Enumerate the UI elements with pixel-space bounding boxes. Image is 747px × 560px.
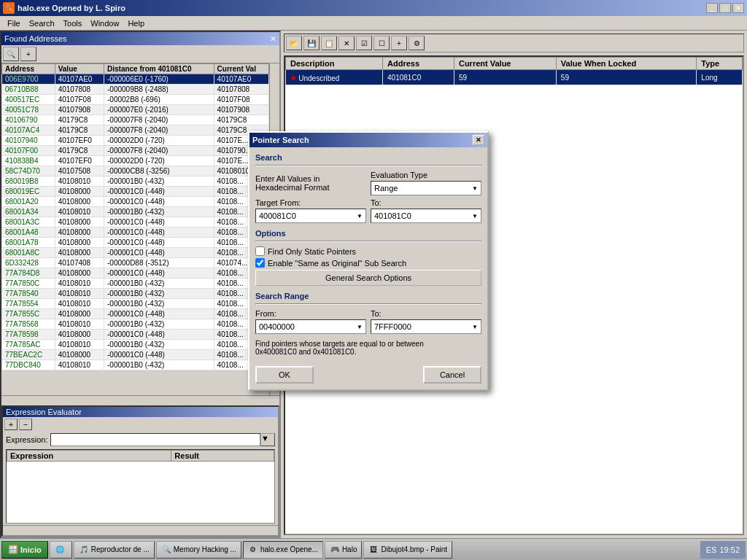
fa-add-icon[interactable]: + [20, 47, 36, 61]
eval-type-combo[interactable]: Range ▼ [371, 181, 481, 195]
search-range-section: Search Range From: 00400000 ▼ To: 7FFF00… [255, 292, 481, 334]
found-addresses-table-container[interactable]: Address Value Distance from 401081C0 Cur… [1, 63, 269, 395]
ok-button[interactable]: OK [255, 366, 314, 384]
toggle1-icon[interactable]: ☑ [356, 36, 372, 50]
search-range-header: Search Range [255, 292, 481, 300]
table-row[interactable]: 400517EC40107F08-00002B8 (-696)40107F08 [2, 95, 269, 105]
table-row[interactable]: 06710B8840107808-000009B8 (-2488)4010780… [2, 85, 269, 95]
cheat-row-description: Undescribed [298, 74, 339, 82]
target-from-label: Target From: [255, 198, 366, 207]
table-row[interactable]: 68001A2040108000-000001C0 (-448)40108... [2, 197, 269, 207]
to-combo[interactable]: 401081C0 ▼ [371, 209, 481, 223]
table-row[interactable]: 40107F0040179C8-000007F8 (-2040)4010790.… [2, 146, 269, 156]
expr-label: Expression: [6, 435, 47, 444]
open-icon[interactable]: 📂 [286, 36, 302, 50]
info-text: Find pointers whose targets are equal to… [255, 340, 481, 356]
expr-table-area[interactable]: Expression Result [6, 449, 275, 524]
cheat-row-value-when-locked: 59 [556, 70, 696, 85]
close-button[interactable]: ✕ [732, 3, 744, 13]
toggle2-icon[interactable]: ☐ [374, 36, 390, 50]
settings-icon[interactable]: ⚙ [409, 36, 425, 50]
range-from-combo[interactable]: 00400000 ▼ [255, 319, 366, 334]
expression-evaluator-panel: Expression Evaluator + − Expression: ▼ E… [1, 405, 279, 537]
cancel-button[interactable]: Cancel [423, 366, 481, 384]
cheat-table: Description Address Current Value Value … [285, 57, 743, 85]
search-section: Search Enter All Values inHexadecimal Fo… [255, 153, 481, 223]
table-row[interactable]: 68001A7840108000-000001C0 (-448)40108... [2, 238, 269, 248]
minimize-button[interactable]: _ [706, 3, 718, 13]
cheat-row-address: 401081C0 [383, 70, 454, 85]
table-row[interactable]: 77A7850C40108010-000001B0 (-432)40108... [2, 279, 269, 289]
found-addresses-title: Found Addresses [4, 34, 67, 43]
pointer-search-close[interactable]: ✕ [473, 135, 484, 145]
table-row[interactable]: 40107AC440179C8-000007F8 (-2040)40179C8 [2, 125, 269, 136]
table-row[interactable]: 40051C7840107908-000007E0 (-2016)4010790… [2, 105, 269, 115]
paint-icon: 🖼 [368, 545, 379, 555]
table-row[interactable]: 77DBC84040108010-000001B0 (-432)40108... [2, 360, 269, 370]
cheat-row-current-value: 59 [454, 70, 556, 85]
halo-icon: 🎮 [330, 545, 340, 555]
menu-help[interactable]: Help [123, 18, 149, 29]
taskbar-btn-halo-exe[interactable]: ⚙ halo.exe Opene... [243, 541, 323, 559]
taskbar-btn-ie[interactable]: 🌐 [50, 541, 72, 559]
table-row[interactable]: 77A7855C40108000-000001C0 (-448)40108... [2, 309, 269, 319]
taskbar-btn-media[interactable]: 🎵 Reproductor de ... [74, 541, 155, 559]
taskbar-btn-paint[interactable]: 🖼 Dibujot4.bmp - Paint [363, 541, 452, 559]
table-row[interactable]: 77A7855440108010-000001B0 (-432)40108... [2, 299, 269, 309]
table-row[interactable]: 68001A8C40108000-000001C0 (-448)40108... [2, 248, 269, 258]
table-row[interactable]: 4010679040179C8-000007F8 (-2040)40179C8 [2, 115, 269, 125]
range-row: From: 00400000 ▼ To: 7FFF0000 ▼ [255, 309, 481, 334]
expr-input[interactable] [50, 433, 260, 446]
table-row[interactable]: 006E970040107AE0-000006E0 (-1760)40107AE… [2, 74, 269, 85]
expr-remove-button[interactable]: − [19, 419, 32, 430]
table-row[interactable]: 68001A4840108000-000001C0 (-448)40108... [2, 228, 269, 238]
table-row[interactable]: 77A7859840108000-000001C0 (-448)40108... [2, 330, 269, 340]
table-row[interactable]: 410838B440107EF0-000002D0 (-720)40107E..… [2, 156, 269, 166]
save-icon[interactable]: 💾 [303, 36, 320, 50]
table-row[interactable]: 77A7856840108010-000001B0 (-432)40108... [2, 319, 269, 330]
menu-tools[interactable]: Tools [59, 18, 87, 29]
table-row[interactable]: 77A784D840108000-000001C0 (-448)40108... [2, 268, 269, 279]
menu-window[interactable]: Window [86, 18, 123, 29]
menu-bar: File Search Tools Window Help [0, 16, 747, 31]
col-address: Address [2, 64, 55, 74]
table-row[interactable]: 77A7854040108010-000001B0 (-432)40108... [2, 289, 269, 299]
table-row[interactable]: 6D33242840107408-00000D88 (-3512)401074.… [2, 258, 269, 268]
expr-hscrollbar[interactable] [3, 525, 278, 535]
find-only-static-checkbox[interactable] [255, 246, 265, 256]
pointer-search-title: Pointer Search [252, 136, 309, 144]
expr-dropdown[interactable]: ▼ [260, 433, 275, 446]
taskbar-btn-memory[interactable]: 🔍 Memory Hacking ... [156, 541, 241, 559]
pointer-search-title-bar: Pointer Search ✕ [249, 133, 487, 147]
menu-search[interactable]: Search [25, 18, 59, 29]
clock: 19:52 [719, 545, 740, 554]
table-row[interactable]: 68001A3C40108000-000001C0 (-448)40108... [2, 217, 269, 228]
enable-same-as-original-checkbox[interactable] [255, 258, 265, 268]
save-as-icon[interactable]: 📋 [321, 36, 337, 50]
target-from-combo[interactable]: 400081C0 ▼ [255, 209, 366, 223]
cheat-toolbar: 📂 💾 📋 ✕ ☑ ☐ + ⚙ [284, 34, 744, 52]
menu-file[interactable]: File [3, 18, 25, 29]
pointer-search-dialog: Pointer Search ✕ Search Enter All Values… [248, 131, 489, 391]
fa-search-icon[interactable]: 🔍 [3, 47, 19, 61]
start-button[interactable]: 🪟 Inicio [1, 541, 48, 559]
table-row[interactable]: 77BEAC2C40108000-000001C0 (-448)40108... [2, 350, 269, 360]
taskbar: 🪟 Inicio 🌐 🎵 Reproductor de ... 🔍 Memory… [0, 538, 747, 560]
found-addresses-close[interactable]: ✕ [270, 34, 276, 44]
delete-icon[interactable]: ✕ [338, 36, 355, 50]
cheat-table-row[interactable]: ● Undescribed 401081C0 59 59 Long [286, 70, 743, 85]
table-row[interactable]: 680019B840108010-000001B0 (-432)40108... [2, 176, 269, 187]
add-entry-icon[interactable]: + [391, 36, 407, 50]
expr-add-button[interactable]: + [4, 419, 18, 430]
table-row[interactable]: 680019EC40108000-000001C0 (-448)40108... [2, 187, 269, 197]
maximize-button[interactable]: □ [719, 3, 731, 13]
eval-type-arrow: ▼ [472, 185, 478, 192]
table-row[interactable]: 58C74D7040107508-00000CB8 (-3256)4010801… [2, 166, 269, 176]
range-to-combo[interactable]: 7FFF0000 ▼ [371, 319, 481, 334]
taskbar-btn-halo[interactable]: 🎮 Halo [325, 541, 363, 559]
table-row[interactable]: 68001A3440108010-000001B0 (-432)40108... [2, 207, 269, 217]
general-search-options-button[interactable]: General Search Options [255, 270, 481, 286]
table-row[interactable]: 77A785AC40108010-000001B0 (-432)40108... [2, 340, 269, 350]
found-addresses-hscrollbar[interactable] [1, 395, 279, 405]
table-row[interactable]: 4010794040107EF0-000002D0 (-720)40107E..… [2, 136, 269, 146]
